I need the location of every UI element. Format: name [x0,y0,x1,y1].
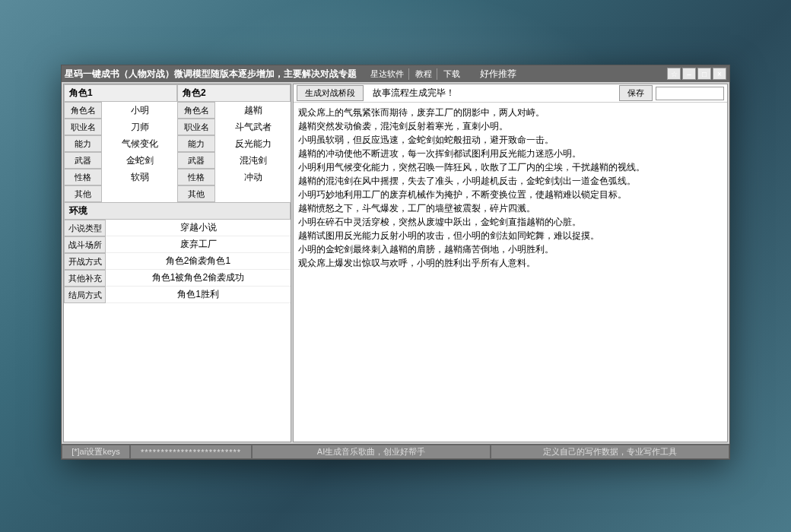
env-start-method-label[interactable]: 开战方式 [64,253,106,270]
environment-header: 环境 [64,202,291,220]
env-start-method-value[interactable]: 角色2偷袭角色1 [106,253,291,270]
status-text: 故事流程生成完毕！ [367,87,616,100]
character-1-column: 角色1 角色名小明 职业名刀师 能力气候变化 武器金蛇剑 性格软弱 其他 [64,84,177,202]
ai-music-button[interactable]: AI生成音乐歌曲，创业好帮手 [252,445,491,459]
toolbar: 生成对战桥段 故事流程生成完毕！ 保存 [294,84,727,103]
char2-personality-value[interactable]: 冲动 [215,169,291,185]
env-battle-location-label[interactable]: 战斗场所 [64,236,106,253]
char2-name-label[interactable]: 角色名 [177,102,215,119]
password-field[interactable]: ************************* [130,445,252,459]
titlebar-links: 星达软件 教程 下载 [366,68,465,80]
char2-header: 角色2 [177,84,291,102]
char1-name-value[interactable]: 小明 [102,102,177,119]
char2-other-value[interactable] [215,185,291,202]
char2-other-label[interactable]: 其他 [177,185,215,202]
env-other-value[interactable]: 角色1被角色2偷袭成功 [106,270,291,287]
env-novel-type-label[interactable]: 小说类型 [64,220,106,236]
char1-personality-value[interactable]: 软弱 [102,169,177,185]
left-panel: 角色1 角色名小明 职业名刀师 能力气候变化 武器金蛇剑 性格软弱 其他 角色2… [63,84,291,442]
char1-weapon-label[interactable]: 武器 [64,152,102,169]
titlebar: 星码一键成书（人物对战）微调模型随版本逐步增加，主要解决对战专题 星达软件 教程… [62,65,729,82]
env-ending-label[interactable]: 结局方式 [64,287,106,303]
char1-personality-label[interactable]: 性格 [64,169,102,185]
char2-job-value[interactable]: 斗气武者 [215,119,291,135]
char1-weapon-value[interactable]: 金蛇剑 [102,152,177,169]
story-textarea[interactable]: 观众席上的气氛紧张而期待，废弃工厂的阴影中，两人对峙。 越鞘突然发动偷袭，混沌剑… [294,103,727,442]
char1-header: 角色1 [64,84,177,102]
footer: [*]ai设置keys ************************* AI… [62,444,729,459]
minimize-button[interactable]: – [682,68,696,80]
char1-ability-label[interactable]: 能力 [64,135,102,152]
char1-ability-value[interactable]: 气候变化 [102,135,177,152]
define-data-button[interactable]: 定义自己的写作数据，专业写作工具 [491,445,729,459]
star-button[interactable]: ☆ [667,68,681,80]
env-other-label[interactable]: 其他补充 [64,270,106,287]
char2-weapon-label[interactable]: 武器 [177,152,215,169]
env-battle-location-value[interactable]: 废弃工厂 [106,236,291,253]
link-software[interactable]: 星达软件 [366,68,409,80]
close-button[interactable]: × [713,68,726,80]
window-title: 星码一键成书（人物对战）微调模型随版本逐步增加，主要解决对战专题 [65,68,357,81]
char2-weapon-value[interactable]: 混沌剑 [215,152,291,169]
char1-other-label[interactable]: 其他 [64,185,102,202]
char2-job-label[interactable]: 职业名 [177,119,215,135]
save-filename-input[interactable] [656,87,724,100]
char2-ability-value[interactable]: 反光能力 [215,135,291,152]
generate-button[interactable]: 生成对战桥段 [297,85,364,101]
char1-name-label[interactable]: 角色名 [64,102,102,119]
link-tutorial[interactable]: 教程 [411,68,437,80]
char2-ability-label[interactable]: 能力 [177,135,215,152]
char2-personality-label[interactable]: 性格 [177,169,215,185]
app-window: 星码一键成书（人物对战）微调模型随版本逐步增加，主要解决对战专题 星达软件 教程… [61,65,730,460]
save-button[interactable]: 保存 [619,85,653,101]
link-recommend[interactable]: 好作推荐 [480,68,516,81]
maximize-button[interactable]: □ [697,68,711,80]
env-novel-type-value[interactable]: 穿越小说 [106,220,291,236]
character-2-column: 角色2 角色名越鞘 职业名斗气武者 能力反光能力 武器混沌剑 性格冲动 其他 [177,84,291,202]
char1-other-value[interactable] [102,185,177,202]
right-panel: 生成对战桥段 故事流程生成完毕！ 保存 观众席上的气氛紧张而期待，废弃工厂的阴影… [293,84,728,442]
char1-job-value[interactable]: 刀师 [102,119,177,135]
character-grid: 角色1 角色名小明 职业名刀师 能力气候变化 武器金蛇剑 性格软弱 其他 角色2… [64,84,291,202]
char1-job-label[interactable]: 职业名 [64,119,102,135]
env-ending-value[interactable]: 角色1胜利 [106,287,291,303]
ai-keys-button[interactable]: [*]ai设置keys [62,445,130,459]
char2-name-value[interactable]: 越鞘 [215,102,291,119]
link-download[interactable]: 下载 [439,68,465,80]
